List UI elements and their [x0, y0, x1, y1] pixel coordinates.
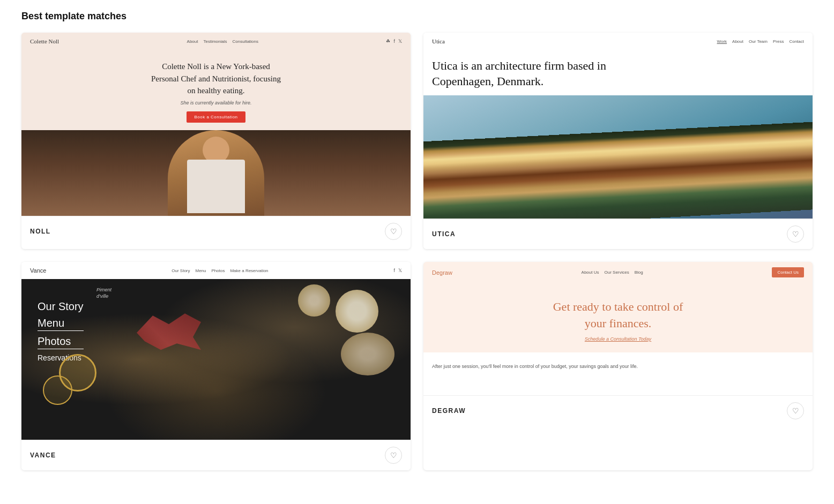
- degraw-preview: Degraw About Us Our Services Blog Contac…: [423, 262, 813, 395]
- twitter-icon: 𝕏: [398, 268, 402, 273]
- noll-photo: [21, 130, 411, 216]
- card-utica[interactable]: Utica Work About Our Team Press Contact …: [423, 33, 813, 249]
- utica-nav: Utica Work About Our Team Press Contact: [423, 33, 813, 50]
- noll-hero: Colette Noll is a New York-based Persona…: [21, 50, 411, 130]
- utica-footer: UTICA ♡: [423, 219, 813, 249]
- card-noll[interactable]: Colette Noll About Testimonials Consulta…: [21, 33, 411, 249]
- degraw-favorite-button[interactable]: ♡: [787, 402, 804, 419]
- degraw-footer: DEGRAW ♡: [423, 395, 813, 426]
- noll-sub: She is currently available for hire.: [38, 100, 394, 106]
- vance-favorite-button[interactable]: ♡: [385, 447, 402, 464]
- vance-preview: Vance Our Story Menu Photos Make a Reser…: [21, 262, 411, 440]
- degraw-headline: Get ready to take control of your financ…: [434, 299, 802, 332]
- noll-favorite-button[interactable]: ♡: [385, 223, 402, 240]
- vance-photo: Our Story Menu Photos Reservations Pimen…: [21, 279, 411, 440]
- noll-nav: Colette Noll About Testimonials Consulta…: [21, 33, 411, 50]
- utica-favorite-button[interactable]: ♡: [787, 225, 804, 243]
- degraw-lower-text: After just one session, you'll feel more…: [432, 363, 804, 371]
- degraw-contact-button: Contact Us: [772, 267, 804, 277]
- vance-nav-links: Our Story Menu Photos Make a Reservation: [172, 268, 268, 273]
- utica-logo: Utica: [432, 38, 445, 44]
- utica-headline: Utica is an architecture firm based in C…: [432, 58, 804, 89]
- degraw-nav: Degraw About Us Our Services Blog Contac…: [423, 262, 813, 283]
- twitter-icon: 𝕏: [398, 39, 402, 44]
- utica-photo: [423, 95, 813, 219]
- instagram-icon: ☘: [386, 39, 390, 44]
- degraw-nav-links: About Us Our Services Blog: [582, 270, 643, 275]
- utica-hero: Utica is an architecture firm based in C…: [423, 50, 813, 95]
- vance-social-icons: f 𝕏: [393, 268, 402, 273]
- vance-handwriting: Pimentd'ville: [96, 287, 111, 299]
- noll-cta-button: Book a Consultation: [187, 111, 245, 123]
- utica-nav-links: Work About Our Team Press Contact: [717, 39, 804, 44]
- page-title: Best template matches: [21, 11, 813, 22]
- vance-logo: Vance: [30, 267, 46, 274]
- vance-footer: VANCE ♡: [21, 440, 411, 470]
- noll-headline: Colette Noll is a New York-based Persona…: [38, 61, 394, 97]
- degraw-hero: Get ready to take control of your financ…: [423, 283, 813, 352]
- utica-preview: Utica Work About Our Team Press Contact …: [423, 33, 813, 219]
- vance-card-name: VANCE: [30, 452, 56, 459]
- noll-social-icons: ☘ f 𝕏: [386, 39, 402, 44]
- vance-nav: Vance Our Story Menu Photos Make a Reser…: [21, 262, 411, 279]
- noll-card-name: NOLL: [30, 228, 51, 235]
- card-vance[interactable]: Vance Our Story Menu Photos Make a Reser…: [21, 262, 411, 470]
- facebook-icon: f: [393, 268, 395, 273]
- noll-nav-links: About Testimonials Consultations: [187, 39, 258, 44]
- utica-card-name: UTICA: [432, 230, 456, 238]
- degraw-lower: After just one session, you'll feel more…: [423, 352, 813, 395]
- degraw-logo: Degraw: [432, 269, 452, 276]
- degraw-card-name: DEGRAW: [432, 407, 466, 415]
- card-degraw[interactable]: Degraw About Us Our Services Blog Contac…: [423, 262, 813, 470]
- noll-preview: Colette Noll About Testimonials Consulta…: [21, 33, 411, 216]
- noll-logo: Colette Noll: [30, 38, 59, 44]
- noll-footer: NOLL ♡: [21, 216, 411, 246]
- facebook-icon: f: [393, 39, 395, 44]
- degraw-hero-link: Schedule a Consultation Today: [434, 336, 802, 342]
- template-grid: Colette Noll About Testimonials Consulta…: [21, 33, 813, 470]
